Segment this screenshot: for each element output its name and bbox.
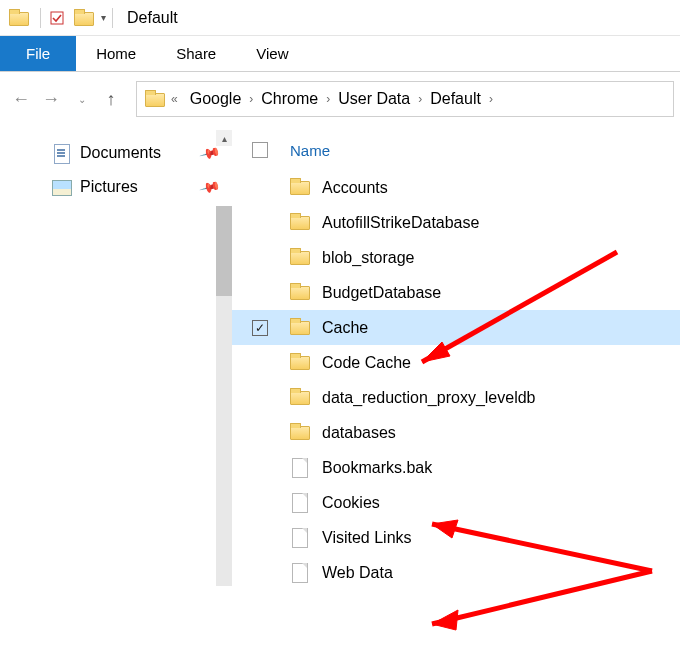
folder-icon — [290, 248, 310, 268]
item-name-label: Bookmarks.bak — [322, 459, 432, 477]
folder-icon — [290, 353, 310, 373]
item-checkbox[interactable] — [252, 565, 268, 581]
breadcrumb-overflow[interactable]: « — [163, 92, 186, 106]
file-list-item[interactable]: Web Data — [232, 555, 680, 590]
scroll-thumb[interactable] — [216, 206, 232, 296]
window-title: Default — [127, 9, 178, 27]
chevron-right-icon[interactable]: › — [241, 92, 261, 106]
file-list-item[interactable]: Bookmarks.bak — [232, 450, 680, 485]
nav-recent-dropdown[interactable]: ⌄ — [66, 84, 96, 114]
file-icon — [290, 458, 310, 478]
item-checkbox[interactable] — [252, 495, 268, 511]
address-bar[interactable]: « Google › Chrome › User Data › Default … — [136, 81, 674, 117]
item-checkbox[interactable] — [252, 285, 268, 301]
folder-icon — [290, 283, 310, 303]
file-list-item[interactable]: ✓Cache — [232, 310, 680, 345]
file-list-item[interactable]: BudgetDatabase — [232, 275, 680, 310]
pictures-icon — [52, 178, 70, 196]
item-checkbox[interactable] — [252, 390, 268, 406]
file-list-item[interactable]: AutofillStrikeDatabase — [232, 205, 680, 240]
chevron-right-icon[interactable]: › — [410, 92, 430, 106]
item-name-label: data_reduction_proxy_leveldb — [322, 389, 535, 407]
item-name-label: BudgetDatabase — [322, 284, 441, 302]
file-icon — [290, 528, 310, 548]
sidebar-item-label: Pictures — [80, 178, 138, 196]
file-list-item[interactable]: databases — [232, 415, 680, 450]
item-name-label: blob_storage — [322, 249, 415, 267]
breadcrumb-2[interactable]: User Data — [338, 90, 410, 108]
column-header-row: Name — [232, 136, 680, 164]
item-name-label: Accounts — [322, 179, 388, 197]
file-list-item[interactable]: Accounts — [232, 170, 680, 205]
file-list: AccountsAutofillStrikeDatabaseblob_stora… — [232, 164, 680, 590]
item-checkbox[interactable] — [252, 180, 268, 196]
svg-rect-0 — [51, 12, 63, 24]
svg-marker-6 — [432, 610, 458, 630]
address-folder-icon — [145, 90, 163, 108]
qat-newfolder-icon[interactable] — [73, 8, 93, 28]
breadcrumb-1[interactable]: Chrome — [261, 90, 318, 108]
item-name-label: AutofillStrikeDatabase — [322, 214, 479, 232]
folder-icon — [290, 178, 310, 198]
item-checkbox[interactable] — [252, 460, 268, 476]
tab-file[interactable]: File — [0, 36, 76, 71]
file-list-item[interactable]: Visited Links — [232, 520, 680, 555]
tab-home[interactable]: Home — [76, 36, 156, 71]
sidebar-item-pictures[interactable]: Pictures 📌 — [0, 170, 232, 204]
folder-icon — [290, 213, 310, 233]
nav-forward-button[interactable]: → — [36, 84, 66, 114]
breadcrumb-0[interactable]: Google — [190, 90, 242, 108]
nav-row: ← → ⌄ ↑ « Google › Chrome › User Data › … — [0, 72, 680, 126]
file-icon — [290, 563, 310, 583]
qat-separator — [40, 8, 41, 28]
sidebar: Documents 📌 Pictures 📌 ▴ — [0, 126, 232, 651]
qat-title-separator — [112, 8, 113, 28]
item-checkbox[interactable]: ✓ — [252, 320, 268, 336]
ribbon-tabs: File Home Share View — [0, 36, 680, 72]
item-checkbox[interactable] — [252, 215, 268, 231]
folder-icon — [290, 318, 310, 338]
item-checkbox[interactable] — [252, 530, 268, 546]
item-name-label: Visited Links — [322, 529, 412, 547]
item-name-label: databases — [322, 424, 396, 442]
document-icon — [52, 144, 70, 162]
select-all-checkbox[interactable] — [252, 142, 268, 158]
app-icon — [8, 8, 28, 28]
folder-icon — [290, 423, 310, 443]
item-name-label: Cache — [322, 319, 368, 337]
nav-up-button[interactable]: ↑ — [96, 84, 126, 114]
qat-customize-icon[interactable]: ▾ — [101, 12, 106, 23]
sidebar-item-label: Documents — [80, 144, 161, 162]
item-checkbox[interactable] — [252, 425, 268, 441]
item-name-label: Code Cache — [322, 354, 411, 372]
sidebar-scrollbar[interactable]: ▴ — [216, 130, 232, 586]
chevron-right-icon[interactable]: › — [481, 92, 501, 106]
column-name-header[interactable]: Name — [290, 142, 330, 159]
chevron-right-icon[interactable]: › — [318, 92, 338, 106]
qat-properties-icon[interactable] — [47, 8, 67, 28]
explorer-body: Documents 📌 Pictures 📌 ▴ ⌃ Name Accounts… — [0, 126, 680, 651]
file-list-item[interactable]: Code Cache — [232, 345, 680, 380]
file-icon — [290, 493, 310, 513]
tab-view[interactable]: View — [236, 36, 308, 71]
file-list-item[interactable]: Cookies — [232, 485, 680, 520]
scroll-track[interactable] — [216, 206, 232, 586]
sidebar-item-documents[interactable]: Documents 📌 — [0, 136, 232, 170]
scroll-up-icon[interactable]: ▴ — [216, 130, 232, 146]
file-list-item[interactable]: blob_storage — [232, 240, 680, 275]
title-bar: ▾ Default — [0, 0, 680, 36]
file-list-pane: ⌃ Name AccountsAutofillStrikeDatabaseblo… — [232, 126, 680, 651]
breadcrumb-3[interactable]: Default — [430, 90, 481, 108]
item-name-label: Web Data — [322, 564, 393, 582]
item-name-label: Cookies — [322, 494, 380, 512]
folder-icon — [290, 388, 310, 408]
item-checkbox[interactable] — [252, 355, 268, 371]
tab-share[interactable]: Share — [156, 36, 236, 71]
item-checkbox[interactable] — [252, 250, 268, 266]
file-list-item[interactable]: data_reduction_proxy_leveldb — [232, 380, 680, 415]
nav-back-button[interactable]: ← — [6, 84, 36, 114]
